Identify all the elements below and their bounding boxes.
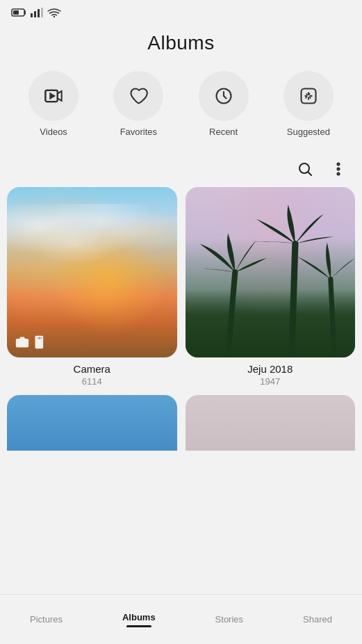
more-options-button[interactable] bbox=[329, 159, 348, 179]
album-thumb-blue bbox=[7, 395, 177, 451]
status-bar bbox=[0, 0, 362, 25]
camera-icon-overlay bbox=[15, 335, 47, 349]
album-card-blue[interactable] bbox=[7, 395, 177, 451]
quick-item-videos[interactable]: Videos bbox=[28, 71, 79, 137]
favorites-label: Favorites bbox=[120, 127, 157, 137]
svg-point-16 bbox=[338, 173, 340, 175]
svg-rect-12 bbox=[301, 89, 315, 104]
favorites-icon-circle bbox=[113, 71, 163, 121]
album-thumb-camera bbox=[7, 187, 177, 357]
svg-point-15 bbox=[338, 168, 340, 170]
signal-icon bbox=[31, 8, 43, 17]
camera-small-icon bbox=[15, 335, 29, 349]
svg-point-6 bbox=[54, 16, 55, 17]
quick-item-recent[interactable]: Recent bbox=[199, 71, 249, 137]
nav-active-indicator bbox=[126, 625, 151, 627]
more-vertical-icon bbox=[330, 161, 347, 177]
wifi-icon bbox=[47, 8, 61, 17]
video-icon bbox=[44, 86, 63, 106]
nav-item-pictures[interactable]: Pictures bbox=[19, 609, 74, 630]
nav-item-stories[interactable]: Stories bbox=[204, 609, 254, 630]
album-count-jeju: 1947 bbox=[260, 376, 280, 387]
suggested-icon-circle bbox=[283, 71, 334, 121]
svg-line-19 bbox=[228, 272, 235, 357]
heart-icon bbox=[129, 86, 148, 106]
suggested-label: Suggested bbox=[287, 127, 330, 137]
search-button[interactable] bbox=[295, 159, 315, 179]
svg-rect-5 bbox=[41, 8, 43, 17]
svg-rect-4 bbox=[38, 9, 40, 17]
quick-item-suggested[interactable]: Suggested bbox=[283, 71, 334, 137]
album-thumb-people bbox=[186, 395, 356, 451]
svg-rect-3 bbox=[34, 11, 36, 17]
svg-rect-2 bbox=[31, 13, 33, 17]
sparkle-icon bbox=[299, 86, 318, 106]
album-thumb-jeju bbox=[186, 187, 356, 357]
quick-access-row: Videos Favorites Recent Suggested bbox=[0, 71, 362, 137]
album-count-camera: 6114 bbox=[82, 376, 102, 387]
palm-trees-svg bbox=[186, 187, 356, 357]
nav-item-shared[interactable]: Shared bbox=[292, 609, 343, 630]
svg-point-17 bbox=[20, 340, 25, 345]
nav-label-stories: Stories bbox=[215, 614, 243, 625]
album-card-people[interactable] bbox=[186, 395, 356, 451]
svg-point-14 bbox=[338, 163, 340, 166]
clock-icon bbox=[214, 86, 233, 106]
svg-marker-10 bbox=[50, 94, 54, 99]
album-name-jeju: Jeju 2018 bbox=[247, 363, 293, 375]
nav-label-pictures: Pictures bbox=[30, 614, 63, 625]
recent-icon-circle bbox=[199, 71, 249, 121]
page-title: Albums bbox=[0, 32, 362, 54]
album-grid: Camera 6114 bbox=[0, 187, 362, 387]
recent-label: Recent bbox=[209, 127, 238, 137]
nav-item-albums[interactable]: Albums bbox=[111, 606, 167, 633]
svg-line-20 bbox=[291, 244, 295, 357]
nav-label-albums: Albums bbox=[122, 612, 156, 622]
svg-line-21 bbox=[330, 279, 334, 357]
videos-icon-circle bbox=[28, 71, 79, 121]
battery-icon bbox=[11, 8, 26, 17]
album-row-partial bbox=[0, 395, 362, 451]
album-card-jeju[interactable]: Jeju 2018 1947 bbox=[186, 187, 356, 387]
sd-card-icon bbox=[33, 335, 47, 349]
videos-label: Videos bbox=[40, 127, 67, 137]
album-card-camera[interactable]: Camera 6114 bbox=[7, 187, 177, 387]
bottom-nav: Pictures Albums Stories Shared bbox=[0, 594, 362, 644]
toolbar bbox=[0, 159, 362, 179]
svg-rect-1 bbox=[13, 10, 19, 15]
quick-item-favorites[interactable]: Favorites bbox=[113, 71, 163, 137]
nav-label-shared: Shared bbox=[303, 614, 332, 625]
search-icon bbox=[297, 161, 313, 177]
album-name-camera: Camera bbox=[74, 363, 110, 375]
